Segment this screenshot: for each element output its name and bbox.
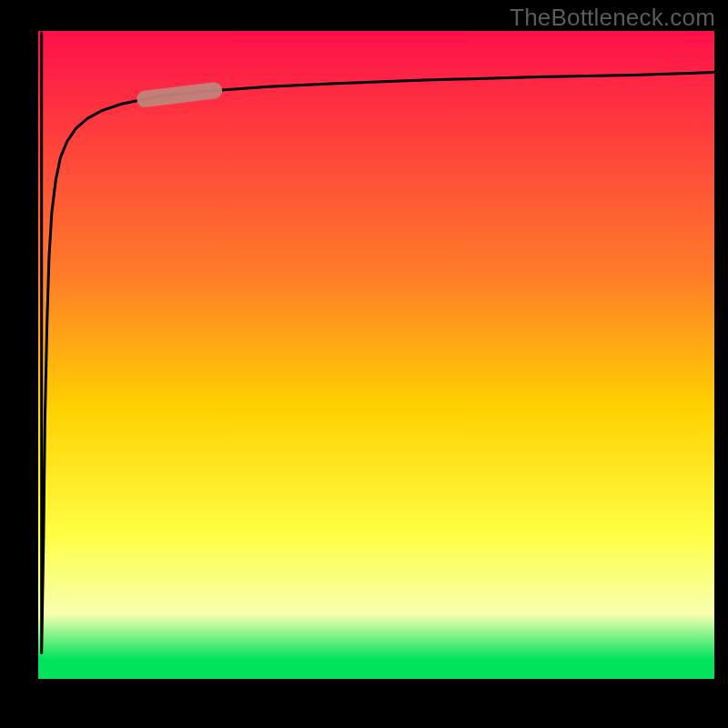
curve-highlight-outline [145,91,214,99]
plot-background [38,31,714,679]
chart-svg [0,0,728,728]
watermark-text: TheBottleneck.com [510,4,715,32]
chart-stage: TheBottleneck.com [0,0,728,728]
